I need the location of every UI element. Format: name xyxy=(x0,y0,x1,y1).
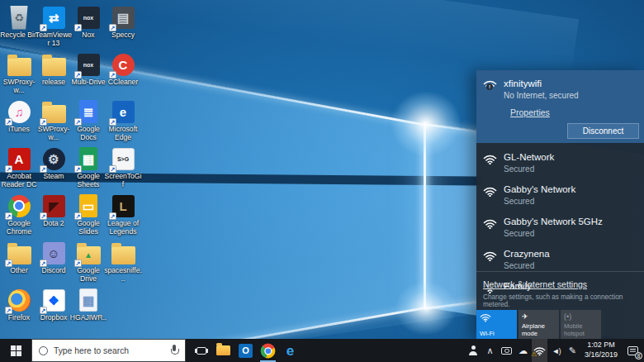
desktop-icon-microsoft-edge[interactable]: e↗Microsoft Edge xyxy=(106,99,140,146)
start-button[interactable] xyxy=(0,339,31,362)
desktop-icon-label: Microsoft Edge xyxy=(104,126,142,142)
taskbar-outlook-icon[interactable]: O xyxy=(234,339,257,362)
shortcut-arrow-overlay: ↗ xyxy=(74,165,82,173)
desktop-icon-label: Firefox xyxy=(0,314,38,322)
tile-label: Airplane mode xyxy=(522,322,557,337)
desktop-icon-google-drive[interactable]: ▲↗Google Drive xyxy=(71,241,106,288)
desktop-icon-firefox[interactable]: ↗Firefox xyxy=(2,288,36,335)
swproxy-w-icon xyxy=(7,58,31,76)
desktop-icon-label: SWProxy-w... xyxy=(35,126,73,142)
desktop-icon-label: Speccy xyxy=(104,31,142,40)
desktop-icon-dota-2[interactable]: ◤↗Dota 2 xyxy=(36,193,71,241)
tray-volume-icon[interactable]: ◄) xyxy=(548,339,564,362)
shortcut-arrow-overlay: ↗ xyxy=(74,260,82,267)
windows-desktop: ♻Recycle Bin⇄↗TeamViewer 13nox↗Nox▤↗Spec… xyxy=(0,0,644,362)
shortcut-arrow-overlay: ↗ xyxy=(40,24,47,31)
tile-label: Wi-Fi xyxy=(480,330,515,337)
action-center-button[interactable]: 8 xyxy=(622,339,644,362)
taskbar-clock[interactable]: 1:02 PM 3/16/2019 xyxy=(580,341,622,360)
taskbar-file-explorer-icon[interactable] xyxy=(212,339,234,362)
network-settings-section: Network & Internet settings Change setti… xyxy=(476,271,644,308)
desktop-icon-itunes[interactable]: ♫↗iTunes xyxy=(2,99,36,146)
tray-onedrive-icon[interactable]: ☁ xyxy=(515,339,531,362)
mobile-hotspot-tile[interactable]: (•)Mobile hotspot xyxy=(561,310,601,339)
shortcut-arrow-overlay: ↗ xyxy=(74,24,82,31)
tray-people-icon[interactable] xyxy=(466,339,481,362)
desktop-icon-label: Dropbox xyxy=(35,314,73,322)
network-name: Gabby's Network 5GHz xyxy=(504,217,603,226)
desktop-icon-other[interactable]: ↗Other xyxy=(2,241,36,288)
desktop-icon-steam[interactable]: ⚙↗Steam xyxy=(36,146,71,193)
desktop-icon-discord[interactable]: ☺↗Discord xyxy=(36,241,71,288)
spacesniffe-icon xyxy=(111,246,135,264)
shortcut-arrow-overlay: ↗ xyxy=(109,118,116,126)
network-status: Secured xyxy=(504,229,603,238)
notification-badge: 8 xyxy=(635,352,642,360)
wifi-network-gl-network[interactable]: GL-NetworkSecured xyxy=(476,146,644,179)
tray-camera-icon[interactable] xyxy=(499,339,514,362)
tray-hidden-icons-icon[interactable]: ∧ xyxy=(482,339,498,362)
taskbar-chrome-icon[interactable] xyxy=(257,339,279,362)
desktop-icon-label: Google Sheets xyxy=(69,173,107,189)
shortcut-arrow-overlay: ↗ xyxy=(109,212,116,220)
desktop-icon-google-sheets[interactable]: ▦↗Google Sheets xyxy=(71,146,106,193)
desktop-icon-recycle-bin[interactable]: ♻Recycle Bin xyxy=(2,5,36,52)
desktop-icon-label: release xyxy=(35,79,73,87)
desktop-icon-hgajiwr[interactable]: ▦HGAJIWR.. xyxy=(71,288,106,335)
desktop-icon-label: TeamViewer 13 xyxy=(35,31,73,48)
search-input[interactable] xyxy=(54,346,164,355)
desktop-icon-google-docs[interactable]: ≣↗Google Docs xyxy=(71,99,106,146)
network-settings-hint: Change settings, such as making a connec… xyxy=(483,293,637,308)
taskbar-edge-icon[interactable]: e xyxy=(279,339,301,362)
desktop-icon-label: ScreenToGif xyxy=(104,173,142,189)
shortcut-arrow-overlay: ↗ xyxy=(5,118,12,126)
shortcut-arrow-overlay: ↗ xyxy=(74,118,82,126)
desktop-icon-dropbox[interactable]: ❖↗Dropbox xyxy=(36,288,71,335)
network-internet-settings-link[interactable]: Network & Internet settings xyxy=(483,279,587,289)
desktop-icon-acrobat-reader-dc[interactable]: A↗Acrobat Reader DC xyxy=(2,146,36,193)
desktop-icon-spacesniffe[interactable]: spacesniffe... xyxy=(106,241,140,288)
desktop-icon-teamviewer-13[interactable]: ⇄↗TeamViewer 13 xyxy=(36,5,71,52)
shortcut-arrow-overlay: ↗ xyxy=(109,165,116,173)
tray-network-icon[interactable]: ⚠ xyxy=(532,339,547,362)
desktop-icon-ccleaner[interactable]: C↗CCleaner xyxy=(106,52,140,99)
desktop-icon-label: Discord xyxy=(35,267,73,275)
desktop-icon-label: Steam xyxy=(35,173,73,181)
connected-network[interactable]: ! xfinitywifi No Internet, secured Prope… xyxy=(476,70,644,143)
disconnect-button[interactable]: Disconnect xyxy=(567,123,639,139)
desktop-icon-label: League of Legends xyxy=(104,220,142,236)
desktop-icon-label: iTunes xyxy=(0,126,38,134)
cortana-ring-icon xyxy=(39,346,48,355)
taskbar-search-box[interactable] xyxy=(31,339,186,362)
desktop-icon-label: Dota 2 xyxy=(35,220,73,228)
desktop-icon-google-chrome[interactable]: ↗Google Chrome xyxy=(2,193,36,241)
system-tray: ∧☁⚠◄)✎ xyxy=(466,339,580,362)
desktop-icon-speccy[interactable]: ▤↗Speccy xyxy=(106,5,140,52)
properties-link[interactable]: Properties xyxy=(510,107,550,117)
desktop-icon-league-of-legends[interactable]: L↗League of Legends xyxy=(106,193,140,241)
taskbar-task-view-icon[interactable] xyxy=(190,339,212,362)
clock-time: 1:02 PM xyxy=(587,341,615,350)
tray-windows-ink-icon[interactable]: ✎ xyxy=(565,339,580,362)
shortcut-arrow-overlay: ↗ xyxy=(40,165,47,173)
no-internet-warning-badge: ! xyxy=(486,83,493,90)
desktop-icon-google-slides[interactable]: ▭↗Google Slides xyxy=(71,193,106,241)
desktop-icon-release[interactable]: release xyxy=(36,52,71,99)
desktop-icon-swproxy-w[interactable]: ↗SWProxy-w... xyxy=(36,99,71,146)
recycle-bin-icon: ♻ xyxy=(9,6,29,30)
wi-fi-tile[interactable]: Wi-Fi xyxy=(476,310,517,339)
shortcut-arrow-overlay: ↗ xyxy=(40,212,47,220)
wifi-network-gabby-s-network[interactable]: Gabby's NetworkSecured xyxy=(476,179,644,211)
desktop-icon-swproxy-w[interactable]: SWProxy-w... xyxy=(2,52,36,99)
shortcut-arrow-overlay: ↗ xyxy=(5,307,12,314)
connected-network-name: xfinitywifi xyxy=(504,79,579,88)
wifi-network-gabby-s-network-5ghz[interactable]: Gabby's Network 5GHzSecured xyxy=(476,211,644,243)
desktop-icon-screentogif[interactable]: S>G↗ScreenToGif xyxy=(106,146,140,193)
desktop-icon-nox[interactable]: nox↗Nox xyxy=(71,5,106,52)
network-name: Crazynena xyxy=(504,249,550,259)
hgajiwr-icon: ▦ xyxy=(79,288,97,312)
desktop-icon-multi-drive[interactable]: nox↗Multi-Drive xyxy=(71,52,106,99)
microphone-icon[interactable] xyxy=(170,345,178,356)
desktop-icon-label: Acrobat Reader DC xyxy=(0,173,38,189)
airplane-mode-tile[interactable]: ✈Airplane mode xyxy=(519,310,559,339)
